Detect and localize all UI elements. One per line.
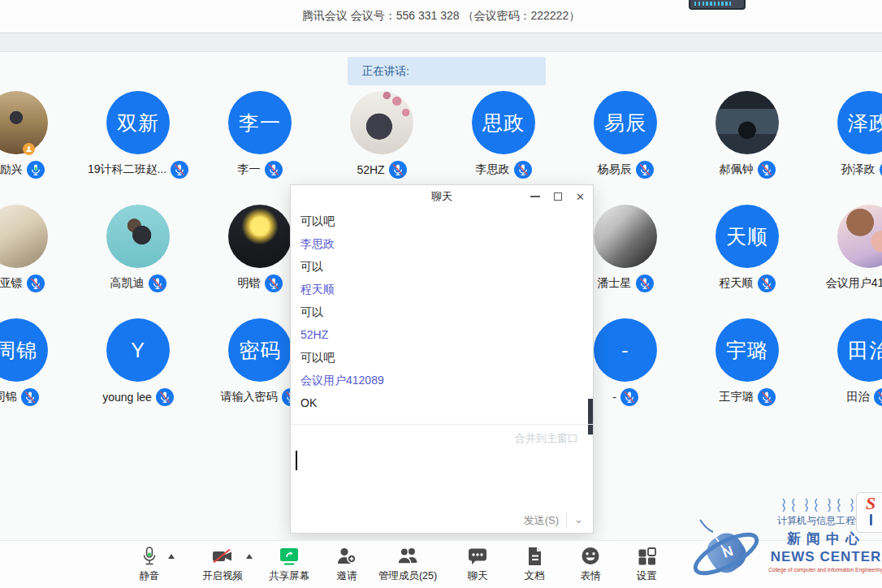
- secondary-strip: [0, 32, 882, 52]
- participant-tile[interactable]: 窦亚镖: [0, 205, 77, 292]
- participant-tile[interactable]: 郝佩钟: [686, 91, 808, 179]
- muted-mic-icon: [758, 161, 776, 179]
- muted-mic-icon: [620, 388, 638, 406]
- participant-name: 余励兴: [0, 162, 23, 177]
- participant-name: 周锦: [0, 390, 17, 404]
- participant-avatar: 周锦: [0, 318, 48, 382]
- participant-name: 杨易辰: [598, 162, 632, 177]
- desktop-shortcut-icon: S: [856, 492, 882, 533]
- participant-tile[interactable]: 田治 田治: [808, 318, 882, 406]
- muted-mic-icon: [389, 161, 407, 179]
- participant-name: 会议用户412: [826, 276, 882, 291]
- meeting-title: 腾讯会议 会议号：556 331 328 （会议密码：222222）: [0, 9, 882, 24]
- chat-message-list: 可以吧李思政可以程天顺可以52HZ可以吧会议用户412089OK: [291, 208, 593, 424]
- video-options-caret[interactable]: [246, 554, 253, 559]
- active-mic-icon: [27, 161, 45, 179]
- participant-avatar: [0, 91, 48, 154]
- participant-avatar: [106, 205, 170, 268]
- chat-message-text: 可以: [300, 304, 582, 320]
- text-caret: [296, 451, 297, 470]
- participant-tile[interactable]: 52HZ: [321, 91, 443, 179]
- participant-avatar: [837, 205, 882, 268]
- camera-off-icon: [210, 545, 235, 568]
- toolbar-label: 文档: [523, 569, 546, 583]
- participant-avatar: 李一: [228, 91, 292, 154]
- muted-mic-icon: [265, 275, 283, 292]
- host-badge-icon: [23, 143, 35, 155]
- chat-sender-name: 会议用户412089: [300, 372, 582, 388]
- chat-input[interactable]: [291, 446, 593, 509]
- chat-button[interactable]: 聊天: [466, 545, 489, 583]
- participant-avatar: 双新: [106, 91, 170, 154]
- minimize-icon[interactable]: [530, 196, 540, 197]
- merge-to-main-link[interactable]: 合并到主窗口: [515, 431, 578, 446]
- chat-title: 聊天: [431, 189, 452, 204]
- participant-tile[interactable]: 宇璐 王宇璐: [686, 318, 808, 406]
- participant-name: 明锴: [238, 276, 261, 291]
- participant-tile[interactable]: Y young lee: [77, 318, 199, 406]
- college-name-en: College of computer and Information Engi…: [765, 567, 882, 573]
- document-icon: [523, 545, 546, 568]
- members-icon: [395, 545, 421, 568]
- close-icon[interactable]: ✕: [576, 192, 585, 202]
- participant-tile[interactable]: 余励兴: [0, 91, 77, 179]
- participant-tile[interactable]: 易辰 杨易辰: [564, 91, 686, 179]
- participant-avatar: 易辰: [594, 91, 657, 154]
- participant-name: 潘士星: [598, 276, 632, 291]
- participant-name: 王宇璐: [720, 390, 754, 404]
- speaking-banner: 正在讲话:: [348, 57, 546, 85]
- share-screen-button[interactable]: 共享屏幕: [269, 545, 309, 583]
- send-options-chevron-icon[interactable]: ⌄: [574, 514, 583, 525]
- muted-mic-icon: [874, 388, 882, 406]
- settings-button[interactable]: 设置: [635, 545, 658, 583]
- chat-sender-name: 程天顺: [300, 281, 582, 297]
- send-button[interactable]: 发送(S): [524, 513, 559, 528]
- docs-button[interactable]: 文档: [523, 545, 546, 583]
- camera-button[interactable]: 开启视频: [202, 545, 243, 583]
- toolbar-label: 开启视频: [202, 569, 243, 583]
- muted-mic-icon: [171, 161, 188, 179]
- manage-members-button[interactable]: 管理成员(25): [378, 545, 437, 583]
- muted-mic-icon: [758, 275, 776, 292]
- participant-tile[interactable]: 泽政 孙泽政: [808, 91, 882, 179]
- participant-name: 郝佩钟: [720, 162, 754, 177]
- maximize-icon[interactable]: [554, 192, 562, 201]
- tencent-meeting-window: 腾讯会议 会议号：556 331 328 （会议密码：222222） 正在讲话:…: [0, 0, 882, 588]
- invite-person-icon: [335, 545, 358, 568]
- participant-tile[interactable]: 周锦 周锦: [0, 318, 77, 406]
- participant-tile[interactable]: 李一 李一: [199, 91, 321, 179]
- news-center-en: NEWS CENTER: [765, 549, 882, 565]
- mic-options-caret[interactable]: [168, 554, 175, 559]
- toolbar-label: 静音: [138, 569, 161, 583]
- participant-name: 李思政: [476, 162, 510, 177]
- participant-tile[interactable]: 高凯迪: [77, 205, 199, 292]
- invite-button[interactable]: 邀请: [335, 545, 358, 583]
- send-divider: [566, 512, 567, 529]
- muted-mic-icon: [880, 161, 882, 179]
- chat-message-text: 可以吧: [300, 349, 582, 365]
- muted-mic-icon: [149, 275, 166, 292]
- participant-tile[interactable]: 天顺 程天顺: [686, 205, 808, 292]
- participant-avatar: 泽政: [837, 91, 882, 154]
- mute-button[interactable]: 静音: [138, 545, 161, 583]
- chat-message-text: OK: [300, 395, 582, 411]
- chat-window-controls: ✕: [530, 185, 585, 208]
- participant-tile[interactable]: 思政 李思政: [443, 91, 564, 179]
- participant-name: 19计科二班赵...: [88, 162, 166, 177]
- toolbar-label: 共享屏幕: [269, 569, 309, 583]
- participant-avatar: [350, 91, 413, 154]
- chat-titlebar[interactable]: 聊天 ✕: [291, 185, 593, 208]
- mouse-logo-icon: N: [689, 515, 763, 583]
- emoji-button[interactable]: 表情: [579, 545, 602, 583]
- participant-avatar: 宇璐: [716, 318, 779, 382]
- muted-mic-icon: [265, 161, 283, 179]
- participant-tile[interactable]: 会议用户412: [808, 205, 882, 292]
- participant-name: 高凯迪: [110, 276, 145, 291]
- toolbar-label: 表情: [579, 569, 602, 583]
- participant-name: -: [612, 391, 616, 404]
- chat-sender-name: 52HZ: [300, 326, 582, 343]
- participant-avatar: [716, 91, 779, 154]
- participant-tile[interactable]: 双新 19计科二班赵...: [77, 91, 199, 179]
- participant-avatar: 天顺: [716, 205, 779, 268]
- participant-avatar: [594, 205, 657, 268]
